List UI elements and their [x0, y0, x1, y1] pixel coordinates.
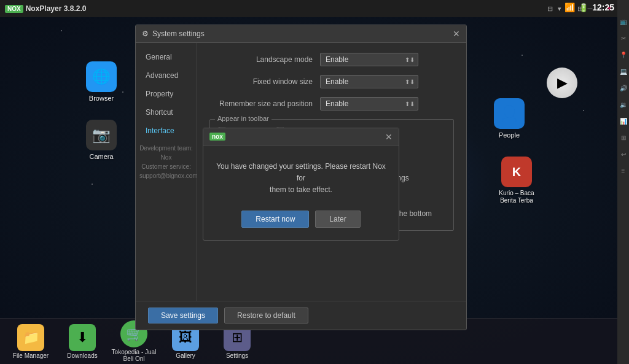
app-logo: NOX NoxPlayer 3.8.2.0 [5, 4, 86, 13]
kurio-icon[interactable]: K Kurio – Baca Berita Terba [495, 157, 538, 204]
file-manager-label: File Manager [13, 352, 49, 359]
file-manager-img: 📁 [17, 324, 44, 351]
dev-info: Development team: Nox Customer service: … [136, 140, 197, 184]
camera-label: Camera [89, 153, 113, 161]
dialog-message: You have changed your settings. Please r… [216, 161, 386, 196]
save-settings-button[interactable]: Save settings [148, 308, 218, 323]
nav-shortcut[interactable]: Shortcut [136, 103, 197, 122]
settings-label: Settings [226, 352, 248, 359]
nav-general[interactable]: General [136, 48, 197, 66]
gallery-label: Gallery [176, 352, 195, 359]
dialog-close-button[interactable]: ✕ [385, 132, 393, 142]
dialog-title: nox [209, 133, 225, 141]
restart-dialog: nox ✕ You have changed your settings. Pl… [203, 128, 399, 241]
settings-title-bar: ⚙ System settings ✕ [136, 25, 466, 43]
landscape-mode-select-wrapper: Enable Disable ⬆⬇ [320, 53, 418, 66]
people-label: People [499, 131, 520, 139]
people-icon-img: 👤 [494, 98, 525, 129]
later-button[interactable]: Later [315, 211, 360, 228]
settings-nav: General Advanced Property Shortcut Inter… [136, 43, 197, 301]
tokopedia-label: Tokopedia - Jual Beli Onl [109, 349, 158, 362]
sidebar-icon-9[interactable]: ↩ [621, 151, 626, 158]
browser-icon[interactable]: 🌐 Browser [80, 61, 123, 103]
sidebar-icon-6[interactable]: 🔉 [620, 101, 627, 108]
fixed-window-row: Fixed window size Enable Disable ⬆⬇ [209, 75, 454, 88]
gear-icon: ⚙ [142, 29, 149, 38]
dialog-body: You have changed your settings. Please r… [203, 146, 399, 211]
people-icon[interactable]: 👤 People [488, 98, 531, 139]
fixed-window-select-wrapper: Enable Disable ⬆⬇ [320, 75, 418, 88]
restart-now-button[interactable]: Restart now [241, 211, 309, 228]
downloads-label: Downloads [67, 352, 97, 359]
wifi-icon: 📶 [565, 2, 575, 12]
app-title: NoxPlayer 3.8.2.0 [26, 4, 87, 13]
remember-size-label: Remember size and position [209, 99, 320, 108]
title-bar: NOX NoxPlayer 3.8.2.0 ⊟ ▾ ⚙ ⊞ ─ □ ✕ [0, 0, 617, 17]
sidebar-icon-10[interactable]: ≡ [622, 168, 625, 174]
dialog-buttons: Restart now Later [203, 211, 399, 240]
nav-advanced[interactable]: Advanced [136, 66, 197, 85]
remember-size-select[interactable]: Enable Disable [320, 97, 418, 110]
remember-size-select-wrapper: Enable Disable ⬆⬇ [320, 97, 418, 110]
settings-footer: Save settings Restore to default [136, 301, 466, 330]
nox-logo: NOX [5, 5, 23, 13]
sidebar-icon-3[interactable]: 📍 [620, 52, 627, 58]
sidebar-icon-4[interactable]: 💻 [620, 68, 627, 75]
fixed-window-select[interactable]: Enable Disable [320, 75, 418, 88]
browser-label: Browser [89, 95, 114, 103]
landscape-mode-row: Landscape mode Enable Disable ⬆⬇ [209, 53, 454, 66]
dialog-title-bar: nox ✕ [203, 128, 399, 146]
nav-interface[interactable]: Interface [136, 122, 197, 140]
camera-icon-img: 📷 [86, 120, 117, 150]
sidebar-icon-2[interactable]: ✂ [621, 35, 626, 42]
sidebar-icon-1[interactable]: 📺 [620, 18, 627, 25]
wc-icon-2[interactable]: ▾ [558, 5, 561, 13]
taskbar-downloads[interactable]: ⬇ Downloads [58, 324, 107, 359]
battery-icon: 🔋 [579, 3, 588, 12]
wc-icon-1[interactable]: ⊟ [547, 5, 553, 13]
browser-icon-img: 🌐 [86, 61, 117, 92]
settings-title-text: System settings [152, 29, 205, 38]
settings-close-button[interactable]: ✕ [453, 29, 460, 39]
dialog-nox-logo: nox [209, 133, 225, 141]
camera-icon[interactable]: 📷 Camera [80, 120, 123, 161]
toolbar-section-label: Appear in toolbar [215, 115, 272, 122]
dialog-wrapper: nox ✕ You have changed your settings. Pl… [203, 128, 399, 241]
fixed-window-label: Fixed window size [209, 77, 320, 86]
landscape-mode-select[interactable]: Enable Disable [320, 53, 418, 66]
clock: 12:25 [592, 2, 614, 12]
downloads-img: ⬇ [69, 324, 96, 351]
restore-default-button[interactable]: Restore to default [224, 308, 308, 323]
desktop: NOX NoxPlayer 3.8.2.0 ⊟ ▾ ⚙ ⊞ ─ □ ✕ 📶 🔋 … [0, 0, 629, 364]
right-sidebar: 📺 ✂ 📍 💻 🔊 🔉 📊 ⊞ ↩ ≡ [617, 0, 629, 364]
status-bar: 📶 🔋 12:25 [565, 2, 614, 12]
kurio-label: Kurio – Baca Berita Terba [495, 190, 538, 204]
sidebar-icon-8[interactable]: ⊞ [621, 134, 626, 141]
nav-property[interactable]: Property [136, 85, 197, 103]
taskbar-file-manager[interactable]: 📁 File Manager [6, 324, 55, 359]
remember-size-row: Remember size and position Enable Disabl… [209, 97, 454, 110]
play-store-img: ▶ [547, 68, 577, 98]
kurio-icon-img: K [501, 157, 532, 187]
settings-title: ⚙ System settings [142, 29, 205, 38]
sidebar-icon-7[interactable]: 📊 [620, 118, 627, 125]
play-store-icon[interactable]: ▶ [541, 68, 584, 98]
sidebar-icon-5[interactable]: 🔊 [620, 85, 627, 91]
landscape-mode-label: Landscape mode [209, 55, 320, 64]
